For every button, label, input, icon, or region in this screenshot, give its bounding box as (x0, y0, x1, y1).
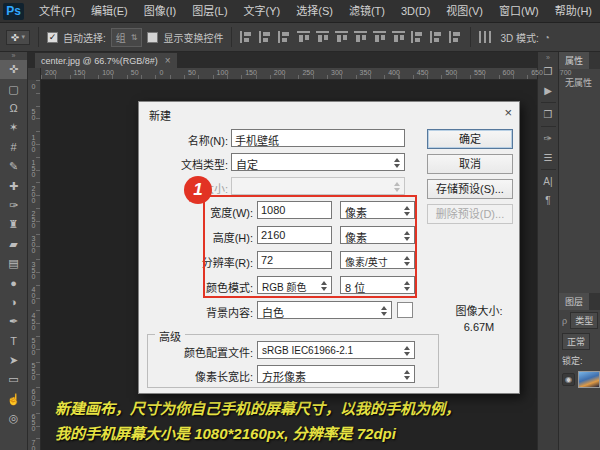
dialog-close-icon[interactable]: × (504, 105, 512, 120)
dialog-title: 新建 (149, 107, 171, 123)
background-select[interactable]: 白色 (257, 301, 392, 319)
ruler-number: 50 (131, 69, 139, 76)
ruler-number: 150 (30, 159, 37, 177)
cancel-button[interactable]: 取消 (427, 154, 513, 174)
distribute-horizontal-centers-icon[interactable] (430, 31, 443, 43)
spinner-icon (404, 370, 411, 380)
name-label: 名称(N): (141, 132, 228, 148)
magic-wand-tool-icon[interactable]: ✶ (0, 118, 27, 137)
ruler-number: 600 (503, 69, 515, 76)
distribute-top-edges-icon[interactable] (354, 31, 367, 43)
close-icon[interactable]: × (165, 55, 171, 66)
zoom-tool-icon[interactable]: ◎ (0, 409, 27, 428)
menu-item[interactable]: 3D(D) (393, 0, 438, 23)
brush-settings-panel-icon[interactable]: ✑ (539, 129, 558, 148)
lock-label: 锁定: (562, 354, 583, 367)
blur-tool-icon[interactable]: ● (0, 273, 27, 292)
actions-panel-icon[interactable]: ▶ (539, 81, 558, 100)
name-input[interactable]: 手机壁纸 (231, 129, 405, 147)
type-tool-icon[interactable]: T (0, 331, 27, 350)
menu-item[interactable]: 视图(V) (438, 0, 491, 23)
ruler-number: 100 (217, 69, 229, 76)
align-vertical-centers-icon[interactable] (316, 31, 329, 43)
ok-button[interactable]: 确定 (427, 129, 513, 149)
brush-presets-panel-icon[interactable]: ☰ (539, 148, 558, 167)
tools-list: ✜▢Ω✶#✎✚✑♜▰▤●◑✒T➤▭☝◎ (0, 60, 27, 428)
3d-panel-icon[interactable]: ❒ (539, 105, 558, 124)
brush-tool-icon[interactable]: ✑ (0, 196, 27, 215)
ruler-number: 550 (474, 69, 486, 76)
menu-item[interactable]: 文件(F) (31, 0, 83, 23)
ruler-number: 300 (30, 235, 37, 253)
align-bottom-edges-icon[interactable] (335, 31, 348, 43)
gradient-tool-icon[interactable]: ▤ (0, 254, 27, 273)
healing-brush-tool-icon[interactable]: ✚ (0, 176, 27, 195)
panel-icon-strip: » ❐▶❒✑☰A|¶ (537, 52, 558, 450)
align-horizontal-centers-icon[interactable] (259, 31, 272, 43)
eyedropper-tool-icon[interactable]: ✎ (0, 157, 27, 176)
distribute-vertical-centers-icon[interactable] (373, 31, 386, 43)
3d-mode-icon[interactable]: ◔ (544, 32, 550, 43)
ruler-number: 50 (188, 69, 196, 76)
ruler-number: 350 (360, 69, 372, 76)
ruler-number: 250 (30, 210, 37, 228)
eraser-tool-icon[interactable]: ▰ (0, 235, 27, 254)
align-right-edges-icon[interactable] (278, 31, 291, 43)
paragraph-panel-icon[interactable]: ¶ (539, 191, 558, 210)
distribute-right-edges-icon[interactable] (449, 31, 462, 43)
color-profile-select[interactable]: sRGB IEC61966-2.1 (257, 341, 415, 359)
menu-item[interactable]: 帮助(H) (547, 0, 600, 23)
tab-layers[interactable]: 图层 (559, 293, 589, 310)
annotation-highlight-box (203, 195, 417, 298)
workspace: » ✜▢Ω✶#✎✚✑♜▰▤●◑✒T➤▭☝◎ center.jpg @ 66.7%… (0, 52, 600, 450)
pixel-aspect-select[interactable]: 方形像素 (257, 365, 415, 383)
auto-select-dropdown[interactable]: 组 ⇅ (111, 28, 143, 47)
save-preset-button[interactable]: 存储预设(S)... (427, 179, 513, 199)
distribute-spacing-icon[interactable] (479, 31, 491, 43)
toolbar-collapse-icon[interactable]: » (0, 52, 27, 60)
ruler-number: 350 (30, 261, 37, 279)
current-tool-chip[interactable]: ✜ ▾ (6, 30, 30, 45)
spinner-icon (394, 158, 401, 168)
advanced-label: 高级 (155, 328, 185, 344)
lasso-tool-icon[interactable]: Ω (0, 99, 27, 118)
align-top-edges-icon[interactable] (297, 31, 310, 43)
ruler-number: 650 (531, 69, 543, 76)
menu-item[interactable]: 窗口(W) (491, 0, 547, 23)
pen-tool-icon[interactable]: ✒ (0, 312, 27, 331)
menu-item[interactable]: 图层(L) (184, 0, 235, 23)
menu-item[interactable]: 选择(S) (288, 0, 341, 23)
character-panel-icon[interactable]: A| (539, 172, 558, 191)
menu-item[interactable]: 滤镜(T) (341, 0, 393, 23)
doc-type-select[interactable]: 自定 (231, 153, 405, 171)
layer-visibility-eye-icon[interactable]: ◉ (562, 373, 575, 386)
image-size-value: 6.67M (437, 321, 521, 333)
move-tool-icon[interactable]: ✜ (0, 60, 27, 79)
layer-row[interactable]: ◉ (559, 369, 600, 390)
marquee-tool-icon[interactable]: ▢ (0, 79, 27, 98)
right-panels: 属性 无属性 图层 ρ 类型 正常 锁定: ◉ (558, 52, 600, 450)
distribute-left-edges-icon[interactable] (411, 31, 424, 43)
distribute-bottom-edges-icon[interactable] (392, 31, 405, 43)
document-tab[interactable]: center.jpg @ 66.7%(RGB/8#) × (35, 53, 177, 68)
auto-select-checkbox[interactable]: ✓ (47, 32, 58, 43)
menu-items: 文件(F)编辑(E)图像(I)图层(L)文字(Y)选择(S)滤镜(T)3D(D)… (31, 0, 600, 23)
blend-mode-select[interactable]: 正常 (562, 333, 590, 350)
clone-stamp-tool-icon[interactable]: ♜ (0, 215, 27, 234)
ruler-number: 200 (274, 69, 286, 76)
hand-tool-icon[interactable]: ☝ (0, 390, 27, 409)
dodge-tool-icon[interactable]: ◑ (0, 293, 27, 312)
menu-item[interactable]: 图像(I) (136, 0, 184, 23)
menu-item[interactable]: 编辑(E) (83, 0, 136, 23)
strip-collapse-icon[interactable]: » (546, 54, 550, 62)
layers-filter-select[interactable]: 类型 (570, 312, 598, 329)
background-color-swatch[interactable] (397, 302, 413, 318)
align-left-edges-icon[interactable] (240, 31, 253, 43)
menu-item[interactable]: 文字(Y) (236, 0, 289, 23)
path-select-tool-icon[interactable]: ➤ (0, 351, 27, 370)
shape-tool-icon[interactable]: ▭ (0, 370, 27, 389)
move-tool-icon: ✜ (11, 32, 19, 43)
crop-tool-icon[interactable]: # (0, 138, 27, 157)
tab-properties[interactable]: 属性 (559, 52, 589, 69)
show-transform-checkbox[interactable] (147, 32, 158, 43)
